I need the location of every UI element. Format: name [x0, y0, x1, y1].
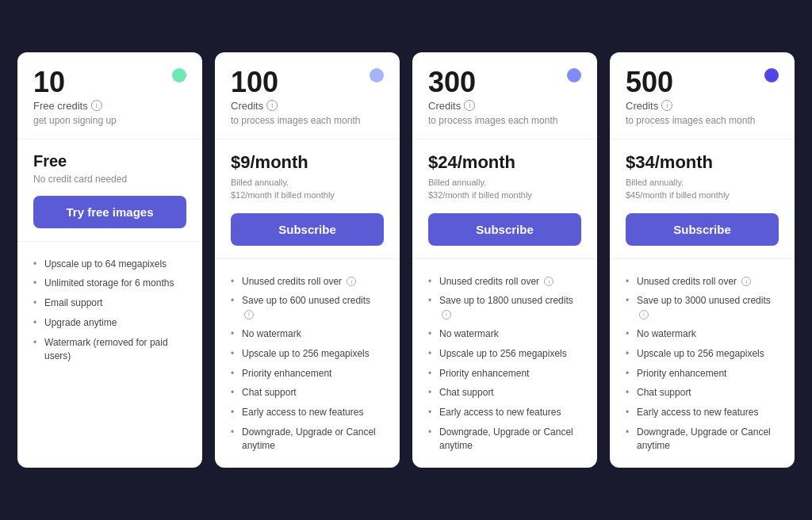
- feature-item: Email support: [33, 293, 186, 313]
- feature-item: Unused credits roll over i: [231, 272, 384, 292]
- credit-amount-basic: 100: [231, 68, 384, 97]
- subscribe-button-free[interactable]: Try free images: [33, 196, 186, 228]
- feature-item: Priority enhancement: [231, 364, 384, 384]
- price-main-enterprise: $34/month: [626, 152, 779, 173]
- card-features-pro: Unused credits roll over iSave up to 180…: [412, 259, 597, 468]
- feature-item: Watermark (removed for paid users): [33, 333, 186, 366]
- card-features-enterprise: Unused credits roll over iSave up to 300…: [610, 259, 795, 468]
- credit-info-icon-free[interactable]: i: [91, 100, 102, 111]
- feature-list-free: Upscale up to 64 megapixelsUnlimited sto…: [33, 254, 186, 366]
- feature-item: Upscale up to 256 megapixels: [231, 344, 384, 364]
- pricing-card-pro: 300 Credits i to process images each mon…: [412, 52, 597, 468]
- feature-item: Chat support: [428, 383, 581, 403]
- price-main-basic: $9/month: [231, 152, 384, 173]
- credit-label-enterprise: Credits i: [626, 100, 779, 112]
- feature-info-icon[interactable]: i: [347, 277, 356, 286]
- feature-item: Unused credits roll over i: [428, 272, 581, 292]
- feature-item: No watermark: [626, 324, 779, 344]
- credit-description-free: get upon signing up: [33, 115, 186, 126]
- feature-item: Chat support: [231, 383, 384, 403]
- card-header-basic: 100 Credits i to process images each mon…: [215, 52, 400, 140]
- credit-label-basic: Credits i: [231, 100, 384, 112]
- card-header-pro: 300 Credits i to process images each mon…: [412, 52, 597, 140]
- card-pricing-basic: $9/monthBilled annually.$12/month if bil…: [215, 140, 400, 259]
- card-header-enterprise: 500 Credits i to process images each mon…: [610, 52, 795, 140]
- feature-info-icon[interactable]: i: [741, 277, 751, 286]
- credit-info-icon-enterprise[interactable]: i: [661, 100, 672, 111]
- credit-description-enterprise: to process images each month: [626, 115, 779, 126]
- credit-info-icon-pro[interactable]: i: [464, 100, 475, 111]
- subscribe-button-pro[interactable]: Subscribe: [428, 213, 581, 246]
- credit-info-icon-basic[interactable]: i: [266, 100, 278, 111]
- card-pricing-pro: $24/monthBilled annually.$32/month if bi…: [412, 140, 597, 259]
- card-dot-basic: [370, 68, 384, 82]
- credit-amount-pro: 300: [428, 68, 581, 97]
- feature-info-icon[interactable]: i: [639, 310, 649, 319]
- card-dot-pro: [567, 68, 581, 82]
- card-features-basic: Unused credits roll over iSave up to 600…: [215, 259, 400, 468]
- pricing-card-enterprise: 500 Credits i to process images each mon…: [610, 52, 795, 468]
- feature-item: Unlimited storage for 6 months: [33, 273, 186, 293]
- feature-item: Save up to 3000 unused credits i: [626, 291, 779, 324]
- billing-note-enterprise: Billed annually.$45/month if billed mont…: [626, 176, 779, 202]
- feature-item: Downgrade, Upgrade or Cancel anytime: [231, 422, 384, 456]
- subscribe-button-enterprise[interactable]: Subscribe: [626, 213, 779, 246]
- price-main-pro: $24/month: [428, 152, 581, 173]
- feature-item: Priority enhancement: [428, 364, 581, 384]
- feature-item: Early access to new features: [626, 403, 779, 422]
- credit-label-free: Free credits i: [33, 100, 186, 112]
- credit-amount-enterprise: 500: [626, 68, 779, 97]
- feature-list-basic: Unused credits roll over iSave up to 600…: [231, 272, 384, 456]
- feature-item: Downgrade, Upgrade or Cancel anytime: [626, 422, 779, 456]
- feature-info-icon[interactable]: i: [544, 277, 553, 286]
- card-features-free: Upscale up to 64 megapixelsUnlimited sto…: [17, 242, 202, 468]
- subscribe-button-basic[interactable]: Subscribe: [231, 213, 384, 246]
- feature-item: Upscale up to 256 megapixels: [428, 344, 581, 364]
- feature-item: Early access to new features: [231, 403, 384, 422]
- feature-item: Chat support: [626, 383, 779, 403]
- price-main-free: Free: [33, 152, 186, 170]
- feature-item: Downgrade, Upgrade or Cancel anytime: [428, 422, 581, 456]
- card-header-free: 10 Free credits i get upon signing up: [17, 52, 202, 140]
- feature-item: No watermark: [231, 324, 384, 344]
- feature-item: Early access to new features: [428, 403, 581, 422]
- feature-item: Upscale up to 256 megapixels: [626, 344, 779, 364]
- feature-list-enterprise: Unused credits roll over iSave up to 300…: [626, 272, 779, 456]
- feature-info-icon[interactable]: i: [244, 310, 254, 319]
- feature-item: Save up to 600 unused credits i: [231, 291, 384, 324]
- feature-info-icon[interactable]: i: [442, 310, 451, 319]
- credit-amount-free: 10: [33, 68, 186, 97]
- card-dot-enterprise: [764, 68, 779, 82]
- billing-note-basic: Billed annually.$12/month if billed mont…: [231, 176, 384, 202]
- card-dot-free: [172, 68, 186, 82]
- credit-description-basic: to process images each month: [231, 115, 384, 126]
- feature-item: Unused credits roll over i: [626, 272, 779, 292]
- feature-item: No watermark: [428, 324, 581, 344]
- billing-note-pro: Billed annually.$32/month if billed mont…: [428, 176, 581, 202]
- feature-item: Save up to 1800 unused credits i: [428, 291, 581, 324]
- card-pricing-free: FreeNo credit card neededTry free images: [17, 140, 202, 242]
- feature-item: Upscale up to 64 megapixels: [33, 254, 186, 274]
- credit-description-pro: to process images each month: [428, 115, 581, 126]
- credit-label-pro: Credits i: [428, 100, 581, 112]
- pricing-container: 10 Free credits i get upon signing up Fr…: [17, 52, 795, 468]
- pricing-card-basic: 100 Credits i to process images each mon…: [215, 52, 400, 468]
- card-pricing-enterprise: $34/monthBilled annually.$45/month if bi…: [610, 140, 795, 259]
- pricing-card-free: 10 Free credits i get upon signing up Fr…: [17, 52, 202, 468]
- no-credit-label-free: No credit card needed: [33, 174, 186, 185]
- feature-list-pro: Unused credits roll over iSave up to 180…: [428, 272, 581, 456]
- feature-item: Upgrade anytime: [33, 313, 186, 333]
- feature-item: Priority enhancement: [626, 364, 779, 384]
